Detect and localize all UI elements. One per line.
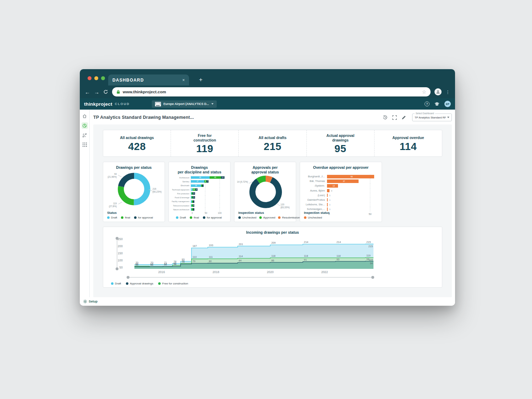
bar-row-technical-equipment[interactable]: Technical equipment6108 (172, 188, 227, 192)
donut-segment-unchecked[interactable] (253, 180, 279, 205)
bar-segment[interactable]: 47 (191, 180, 204, 183)
x-range-slider-handle[interactable] (371, 276, 374, 279)
browser-tab[interactable]: DASHBOARD × (108, 74, 189, 85)
donut-segment-draft[interactable] (134, 176, 147, 203)
sidebar-item-workflows[interactable] (82, 132, 88, 138)
bar-row-nature-architecture[interactable]: Nature architecture (172, 207, 227, 211)
segment-label: 94(21,96%) (106, 173, 117, 178)
academy-icon[interactable] (434, 102, 440, 106)
bar[interactable] (327, 207, 328, 211)
maximize-window-button[interactable] (101, 76, 105, 80)
setup-link[interactable]: Setup (89, 300, 98, 303)
help-icon[interactable]: ? (425, 101, 430, 106)
bar[interactable] (327, 194, 328, 197)
bar-segment[interactable]: 40 (210, 176, 221, 179)
edit-pencil-icon[interactable] (401, 115, 406, 120)
x-range-slider-handle[interactable] (127, 276, 129, 279)
discipline-bars[interactable]: Architecture654012Sanitary4787Electrical… (172, 176, 227, 215)
bar-segment[interactable] (202, 184, 204, 187)
bar-row-aures-bj-rn[interactable]: Aures, Björn3 (304, 188, 377, 193)
bar[interactable] (327, 203, 328, 206)
close-window-button[interactable] (88, 76, 92, 80)
browser-profile-avatar[interactable] (434, 88, 442, 95)
dashboard-select[interactable]: Select Dashboard TP Analytics Standard R… (412, 113, 452, 121)
bar-segment[interactable]: 7 (206, 180, 209, 183)
project-selector[interactable]: Europe Airport (ANALYTICS D... (152, 100, 217, 108)
tab-close-icon[interactable]: × (182, 78, 185, 83)
category-label: -System- (304, 184, 327, 187)
lock-icon (116, 90, 120, 94)
bar-row-facility-management[interactable]: Facility management (172, 200, 227, 204)
url-input[interactable]: www.thinkproject.com ☆ (112, 87, 431, 96)
bookmark-star-icon[interactable]: ☆ (422, 89, 426, 95)
bar-row-sanitary[interactable]: Sanitary4787 (172, 179, 227, 183)
sidebar-item-apps[interactable] (82, 142, 88, 148)
bar-row-lefebvrre-ste-[interactable]: Lefebvrre, Ste...1 (304, 202, 377, 207)
bar-row--leer-[interactable]: (Leer)1 (304, 193, 377, 198)
reload-icon[interactable] (103, 89, 108, 94)
bar-segment[interactable]: 9 (193, 196, 195, 199)
category-label: Lefebvrre, Ste... (304, 203, 327, 206)
legend-title: Status (107, 211, 153, 215)
back-icon[interactable]: ← (85, 89, 90, 95)
chart-legend: Inspection status Unchecked Approved Res… (238, 211, 300, 219)
y-range-slider-handle[interactable] (116, 237, 118, 240)
history-icon[interactable] (383, 115, 388, 120)
sidebar-item-dashboard[interactable] (82, 122, 88, 129)
svg-text:187: 187 (193, 244, 197, 248)
approver-bars[interactable]: Burghardt, J...55Bär, Thomas37-System-13… (304, 174, 377, 216)
x-tick: 50 (205, 212, 207, 214)
bar-row-electricals[interactable]: Electricals36 (172, 184, 227, 188)
sidebar-item-home[interactable] (82, 113, 88, 119)
forward-icon[interactable]: → (94, 89, 99, 95)
donut-segment-final[interactable] (121, 187, 134, 202)
bar-value: 3 (331, 190, 332, 192)
bar-segment[interactable]: 6 (193, 204, 195, 207)
browser-menu-icon[interactable]: ⋮ (445, 89, 450, 95)
window-controls[interactable] (88, 76, 105, 80)
bar-row-b-r-thomas[interactable]: Bär, Thomas37 (304, 179, 377, 183)
bar[interactable] (327, 198, 328, 202)
bar-segment[interactable]: 12 (221, 176, 225, 179)
bar-segment[interactable] (193, 200, 194, 203)
kpi-value: 215 (264, 141, 282, 153)
donut-chart[interactable] (249, 176, 282, 208)
user-avatar[interactable]: EP (444, 101, 451, 107)
category-label: Nature architecture (172, 209, 191, 211)
svg-text:2020: 2020 (267, 270, 273, 274)
bar[interactable] (327, 189, 329, 193)
new-tab-button[interactable]: + (199, 76, 203, 83)
bar-row-daimlerprotics[interactable]: DaimlerProtics1 (304, 198, 377, 202)
legend-dot (158, 282, 161, 285)
legend-dot (203, 216, 205, 219)
bar-row-telecommunication[interactable]: Telecommunication6 (172, 204, 227, 207)
bar-segment[interactable]: 36 (191, 184, 201, 187)
donut-segment-resubmission[interactable] (266, 179, 271, 180)
svg-text:91: 91 (304, 258, 307, 261)
minimize-window-button[interactable] (94, 76, 98, 80)
category-label: Telecommunication (172, 205, 191, 207)
area-chart[interactable]: 5010015020025070707178931871932012092142… (105, 235, 380, 280)
bar-row-burghardt-j-[interactable]: Burghardt, J...55 (304, 174, 377, 179)
bar-segment[interactable]: 8 (195, 188, 198, 191)
gear-icon[interactable] (83, 299, 87, 304)
donut-segment-approved[interactable] (258, 179, 266, 181)
fullscreen-icon[interactable] (392, 115, 397, 120)
grid-icon (83, 143, 87, 147)
dashboard-canvas: All actual drawings 428 Free for constru… (93, 124, 452, 297)
bar-row-food-&-beverage[interactable]: Food & beverage9 (172, 195, 227, 199)
donut-segment-for-approval[interactable] (121, 176, 134, 187)
bar-segment[interactable]: 65 (191, 176, 210, 179)
chart-drawings-per-status: Drawings per status 215(50,23%) 119(27,8… (103, 162, 165, 222)
chevron-down-icon (211, 103, 214, 105)
bar-row-fire-protection[interactable]: Fire protection9 (172, 192, 227, 195)
y-range-slider-handle[interactable] (116, 267, 118, 270)
donut-chart[interactable] (118, 173, 150, 205)
svg-text:250: 250 (118, 237, 123, 241)
bar-segment[interactable] (193, 208, 194, 211)
bar-row--system-[interactable]: -System-13 (304, 183, 377, 188)
bar-segment[interactable]: 9 (193, 192, 195, 195)
legend-dot (107, 216, 110, 219)
bar-segment[interactable]: 10 (193, 188, 195, 191)
bar-row-architecture[interactable]: Architecture654012 (172, 176, 227, 179)
